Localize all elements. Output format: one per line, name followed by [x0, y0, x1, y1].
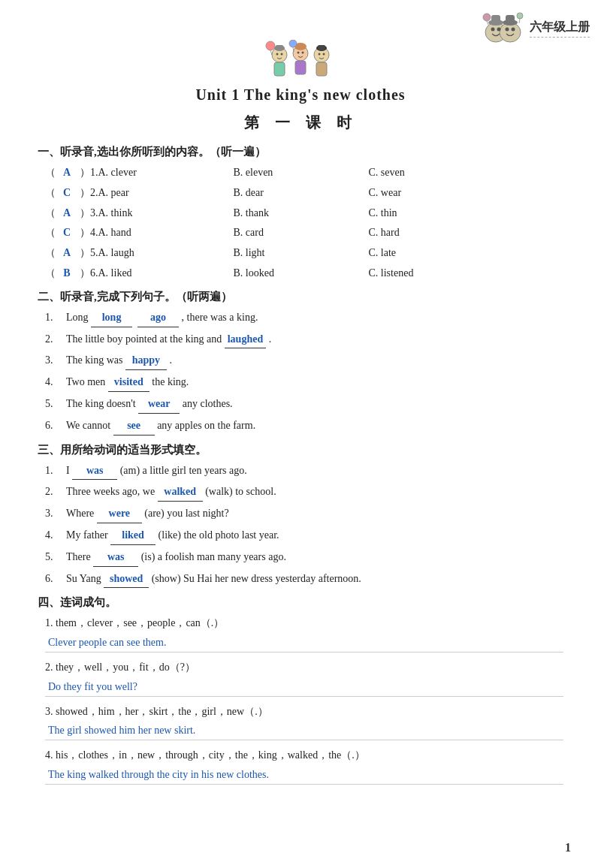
answer-3: A	[56, 204, 78, 222]
list-item: 1. them，clever，see，people，can（.） Clever …	[45, 614, 563, 653]
svg-point-10	[483, 14, 491, 21]
list-item: 1. I was (am) a little girl ten years ag…	[45, 462, 563, 481]
svg-point-4	[506, 28, 509, 32]
table-row: （A） 3. A. think B. thank C. thin	[45, 204, 563, 222]
answer-2: C	[56, 184, 78, 202]
choice-c: C. thin	[369, 204, 459, 222]
unit-title: Unit 1 The king's new clothes	[38, 86, 563, 104]
answer-s4-2: Do they fit you well?	[45, 678, 563, 697]
svg-point-18	[276, 53, 279, 55]
svg-point-2	[491, 28, 495, 32]
choice-a: A. liked	[98, 264, 189, 282]
choices-2: A. pear B. dear C. wear	[98, 184, 564, 202]
q-num: 1.	[45, 462, 66, 480]
word-list-4: 4. his，clothes，in，new，through，city，the，k…	[45, 746, 365, 764]
svg-point-23	[297, 51, 300, 53]
section-one-questions: （A） 1. A. clever B. eleven C. seven （C） …	[45, 164, 563, 282]
list-item: 4. Two men visited the king.	[45, 373, 563, 392]
choice-a: A. pear	[98, 184, 189, 202]
answer-s3-2: walked	[158, 483, 203, 502]
section-two-heading: 二、听录音,完成下列句子。（听两遍）	[38, 290, 563, 304]
q-num: 1.	[45, 309, 66, 327]
svg-point-12	[517, 13, 523, 19]
answer-5: A	[56, 244, 78, 262]
word-list-3: 3. showed，him，her，skirt，the，girl，new（.）	[45, 703, 268, 721]
sentence-text: I was (am) a little girl ten years ago.	[66, 462, 247, 481]
lesson-title: 第 一 课 时	[38, 113, 563, 133]
svg-point-29	[319, 53, 321, 55]
sentence-text: Long long ago , there was a king.	[66, 309, 258, 327]
svg-rect-15	[274, 62, 285, 76]
choice-a: A. think	[98, 204, 189, 222]
choice-b: B. card	[234, 224, 324, 242]
q-num: 6.	[45, 570, 66, 588]
answer-s2-1a: long	[91, 309, 132, 327]
sentence-text: Three weeks ago, we walked (walk) to sch…	[66, 483, 276, 502]
sentence-text: The little boy pointed at the king and l…	[66, 330, 271, 349]
svg-point-19	[281, 53, 283, 55]
q-num: 3.	[45, 505, 66, 523]
q-label: 4.	[90, 224, 98, 242]
page: 六年级上册	[0, 0, 601, 868]
grade-label: 六年级上册	[530, 20, 590, 38]
sentence-text: Two men visited the king.	[66, 373, 189, 392]
list-item: 2. The little boy pointed at the king an…	[45, 330, 563, 349]
choice-c: C. late	[369, 244, 459, 262]
q-num: 2.	[45, 330, 66, 348]
list-item: 4. his，clothes，in，new，through，city，the，k…	[45, 746, 563, 785]
answer-1: A	[56, 164, 78, 182]
q-num: 5.	[45, 395, 66, 413]
table-row: （C） 4. A. hand B. card C. hard	[45, 224, 563, 242]
choice-c: C. listened	[369, 264, 459, 282]
choice-c: C. seven	[369, 164, 459, 182]
section-three-questions: 1. I was (am) a little girl ten years ag…	[45, 462, 563, 589]
q-num: （A）	[45, 164, 90, 182]
svg-rect-21	[295, 61, 306, 74]
q-label: 2.	[90, 184, 98, 202]
sentence-text: Su Yang showed (show) Su Hai her new dre…	[66, 570, 361, 589]
section-four-questions: 1. them，clever，see，people，can（.） Clever …	[45, 614, 563, 784]
svg-rect-26	[316, 62, 327, 76]
q-num: （C）	[45, 184, 90, 202]
svg-line-13	[519, 19, 520, 23]
page-number: 1	[565, 841, 571, 854]
unit-header: Unit 1 The king's new clothes	[38, 38, 563, 104]
choices-1: A. clever B. eleven C. seven	[98, 164, 564, 182]
q-num: 4.	[45, 373, 66, 391]
choice-b: B. eleven	[234, 164, 324, 182]
q-label: 6.	[90, 264, 98, 282]
q-label: 3.	[90, 204, 98, 222]
choice-c: C. hard	[369, 224, 459, 242]
choice-b: B. light	[234, 244, 324, 262]
q-num: （B）	[45, 264, 90, 282]
list-item: 1. Long long ago , there was a king.	[45, 309, 563, 327]
q-num: 5.	[45, 548, 66, 566]
choice-a: A. laugh	[98, 244, 189, 262]
list-item: 5. The king doesn't wear any clothes.	[45, 395, 563, 414]
answer-s4-3: The girl showed him her new skirt.	[45, 722, 563, 740]
section-three-heading: 三、用所给动词的适当形式填空。	[38, 443, 563, 457]
section-one-heading: 一、听录音,选出你所听到的内容。（听一遍）	[38, 145, 563, 159]
answer-s2-6: see	[113, 417, 155, 436]
list-item: 2. Three weeks ago, we walked (walk) to …	[45, 483, 563, 502]
choice-c: C. wear	[369, 184, 459, 202]
svg-rect-7	[491, 15, 500, 23]
choice-b: B. looked	[234, 264, 324, 282]
q-num: （A）	[45, 204, 90, 222]
choice-b: B. thank	[234, 204, 324, 222]
list-item: 2. they，well，you，fit，do（?） Do they fit y…	[45, 659, 563, 697]
answer-s2-3: happy	[125, 351, 167, 370]
answer-s4-4: The king walked through the city in his …	[45, 766, 563, 785]
list-item: 3. Where were (are) you last night?	[45, 505, 563, 523]
q-num: （C）	[45, 224, 90, 242]
table-row: （A） 5. A. laugh B. light C. late	[45, 244, 563, 262]
q-num: 2.	[45, 483, 66, 501]
top-right-header: 六年级上册	[482, 11, 590, 45]
answer-s3-6: showed	[104, 570, 149, 589]
word-list-2: 2. they，well，you，fit，do（?）	[45, 659, 195, 677]
list-item: 5. There was (is) a foolish man many yea…	[45, 548, 563, 567]
choice-a: A. hand	[98, 224, 189, 242]
svg-point-24	[302, 51, 304, 53]
choices-5: A. laugh B. light C. late	[98, 244, 564, 262]
choice-b: B. dear	[234, 184, 324, 202]
